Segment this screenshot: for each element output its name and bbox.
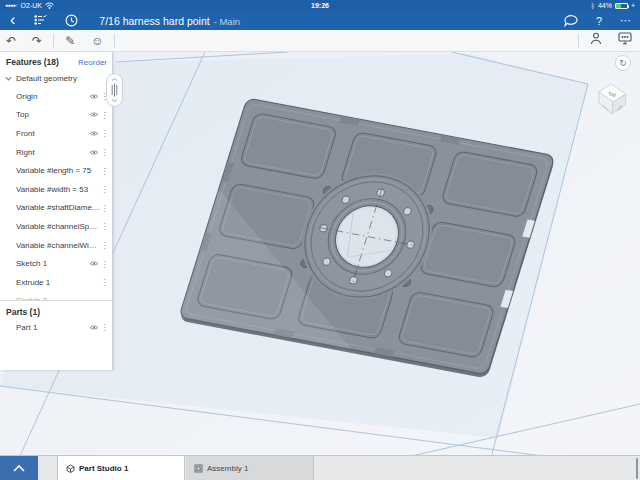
feature-row-variable-channelwidth[interactable]: Variable #channelWidth... ⋮ (0, 236, 112, 255)
clock-time: 19:26 (311, 0, 329, 11)
toolbar-divider (578, 34, 579, 48)
group-label: Default geometry (16, 74, 77, 83)
feature-row-front-plane[interactable]: Front ⋮ (0, 124, 112, 143)
overflow-menu-icon[interactable]: ⋮ (100, 148, 109, 156)
tab-label: Part Studio 1 (79, 464, 128, 473)
overflow-menu-icon[interactable]: ⋮ (100, 241, 109, 249)
display-settings-icon[interactable] (618, 31, 632, 51)
chevron-up-icon (13, 465, 25, 472)
reset-view-button[interactable]: ↻ (616, 56, 631, 71)
overflow-menu-icon[interactable]: ⋮ (100, 278, 109, 286)
assembly-icon (194, 464, 203, 473)
eye-visibility-icon[interactable] (88, 93, 100, 100)
overflow-menu-icon[interactable]: ⋮ (100, 129, 109, 137)
feature-row-variable-width[interactable]: Variable #width = 53 ⋮ (0, 180, 112, 199)
feature-row-sketch2[interactable]: Sketch 2 (0, 292, 112, 300)
redo-button[interactable]: ↷ (32, 31, 42, 51)
ios-status-bar: ●●●●○ O2-UK 19:26 ᛒ 44% + (0, 0, 640, 11)
battery-charging-indicator: + (631, 0, 635, 11)
reorder-button[interactable]: Reorder (78, 58, 107, 67)
feature-row-right-plane[interactable]: Right ⋮ (0, 143, 112, 162)
parts-title: Parts (1) (6, 307, 40, 317)
eye-visibility-icon[interactable] (88, 260, 100, 267)
features-title: Features (18) (6, 57, 59, 67)
part-row-part1[interactable]: Part 1 ⋮ (0, 318, 112, 337)
versions-tree-icon[interactable] (34, 15, 47, 27)
more-menu-icon[interactable]: ⋯ (620, 14, 631, 27)
tab-assembly-1[interactable]: Assembly 1 (186, 456, 314, 480)
document-tab-bar: Part Studio 1 Assembly 1 (0, 455, 640, 480)
bluetooth-icon: ᛒ (591, 0, 595, 11)
tab-bar-scrollbar[interactable] (636, 458, 638, 479)
overflow-menu-icon[interactable]: ⋮ (100, 185, 109, 193)
wifi-icon (45, 2, 54, 9)
part-studio-icon (66, 464, 75, 473)
document-title: 7/16 harness hard point- Main (99, 15, 240, 27)
comment-bubble-icon[interactable] (564, 15, 578, 27)
overflow-menu-icon[interactable]: ⋮ (100, 222, 109, 230)
document-toolbar: ↶ ↷ ✎ ☺ (0, 30, 640, 52)
tab-drawer-toggle-button[interactable] (0, 456, 38, 480)
parts-section: Parts (1) Part 1 ⋮ (0, 300, 112, 370)
feature-row-variable-shaftdiameter[interactable]: Variable #shaftDiameter... ⋮ (0, 199, 112, 218)
rotate-reset-icon: ↻ (619, 58, 627, 68)
feature-row-sketch1[interactable]: Sketch 1 ⋮ (0, 254, 112, 273)
overflow-menu-icon[interactable]: ⋮ (100, 260, 109, 268)
workspace-name: - Main (214, 16, 240, 27)
onshape-app: ●●●●○ O2-UK 19:26 ᛒ 44% + ‹ (0, 0, 640, 480)
toolbar-divider (53, 34, 54, 48)
eye-visibility-icon[interactable] (88, 130, 100, 137)
chevron-down-icon (5, 76, 12, 81)
eye-visibility-icon[interactable] (88, 111, 100, 118)
default-geometry-group[interactable]: Default geometry (0, 69, 112, 87)
undo-button[interactable]: ↶ (6, 31, 16, 51)
history-clock-icon[interactable] (65, 14, 78, 27)
overflow-menu-icon[interactable]: ⋮ (100, 204, 109, 212)
sketch-button[interactable]: ✎ (65, 31, 75, 51)
tab-label: Assembly 1 (207, 464, 248, 473)
eye-visibility-icon[interactable] (88, 149, 100, 156)
overflow-menu-icon[interactable]: ⋮ (100, 111, 109, 119)
feature-row-top-plane[interactable]: Top ⋮ (0, 106, 112, 125)
feature-row-variable-length[interactable]: Variable #length = 75 ⋮ (0, 161, 112, 180)
battery-percent: 44% (598, 0, 612, 11)
tab-part-studio-1[interactable]: Part Studio 1 (57, 456, 185, 480)
app-header: ‹ 7/16 harness hard point- Main (0, 11, 640, 30)
carrier-label: O2-UK (21, 0, 42, 11)
view-cube-top-label: Top (608, 90, 617, 97)
overflow-menu-icon[interactable]: ⋮ (100, 323, 109, 331)
back-button[interactable]: ‹ (0, 11, 25, 31)
overflow-menu-icon[interactable]: ⋮ (100, 167, 109, 175)
features-section: Features (18) Reorder Default geometry O… (0, 52, 112, 300)
feature-row-extrude1[interactable]: Extrude 1 ⋮ (0, 273, 112, 292)
appearance-button[interactable]: ☺ (91, 31, 103, 51)
signal-strength-icon: ●●●●○ (5, 0, 18, 11)
panel-collapse-handle[interactable] (106, 73, 123, 107)
feature-list-panel: Features (18) Reorder Default geometry O… (0, 52, 113, 370)
help-icon[interactable]: ? (596, 15, 602, 27)
feature-row-variable-channelspacing[interactable]: Variable #channelSpacin... ⋮ (0, 217, 112, 236)
user-presence-icon[interactable] (590, 31, 602, 51)
toolbar-divider (114, 34, 115, 48)
eye-visibility-icon[interactable] (88, 324, 100, 331)
battery-icon (615, 3, 628, 9)
feature-row-origin[interactable]: Origin ⋮ (0, 87, 112, 106)
